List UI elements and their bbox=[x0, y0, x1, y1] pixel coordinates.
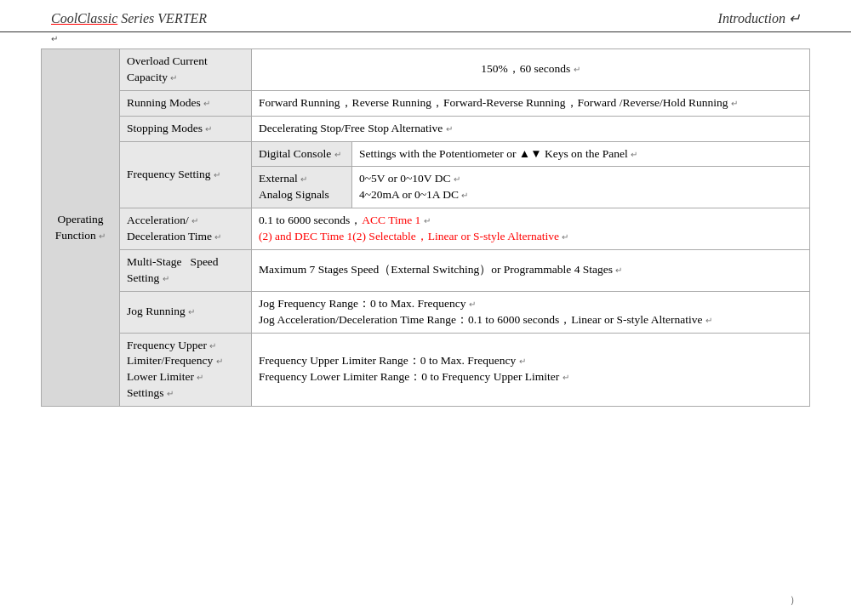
footer-mark: ） bbox=[790, 593, 800, 607]
page: CoolClassic Series VERTER Introduction ↵… bbox=[0, 0, 851, 616]
multi-stage-label: Multi-Stage Speed Setting ↵ bbox=[127, 255, 219, 284]
multi-stage-sub-cell: Multi-Stage Speed Setting ↵ bbox=[120, 250, 252, 292]
jog-running-sub-cell: Jog Running ↵ bbox=[120, 291, 252, 333]
external-analog-value: 0~5V or 0~10V DC ↵4~20mA or 0~1A DC ↵ bbox=[359, 172, 468, 201]
jog-running-label: Jog Running ↵ bbox=[127, 305, 195, 317]
table-row: Multi-Stage Speed Setting ↵ Maximum 7 St… bbox=[42, 250, 810, 292]
external-analog-sub2-cell: External ↵Analog Signals bbox=[252, 167, 352, 208]
external-analog-label: External ↵Analog Signals bbox=[259, 172, 329, 201]
stopping-modes-value-cell: Decelerating Stop/Free Stop Alternative … bbox=[252, 116, 810, 141]
overload-value-cell: 150%，60 seconds ↵ bbox=[252, 49, 810, 91]
jog-running-value: Jog Frequency Range：0 to Max. Frequency … bbox=[259, 297, 712, 326]
jog-running-value-cell: Jog Frequency Range：0 to Max. Frequency … bbox=[252, 291, 810, 333]
running-modes-value-cell: Forward Running，Reverse Running，Forward-… bbox=[252, 90, 810, 116]
operating-function-cell: OperatingFunction ↵ bbox=[42, 49, 120, 407]
frequency-setting-label: Frequency Setting ↵ bbox=[127, 168, 220, 180]
stopping-modes-sub-cell: Stopping Modes ↵ bbox=[120, 116, 252, 141]
accel-decel-value: 0.1 to 6000 seconds，ACC Time 1 ↵(2) and … bbox=[259, 214, 568, 242]
digital-console-sub2-cell: Digital Console ↵ bbox=[252, 141, 352, 167]
table-row: Running Modes ↵ Forward Running，Reverse … bbox=[42, 90, 810, 116]
digital-console-label: Digital Console ↵ bbox=[259, 147, 341, 160]
header-right-title: Introduction ↵ bbox=[718, 10, 800, 26]
external-analog-value-cell: 0~5V or 0~10V DC ↵4~20mA or 0~1A DC ↵ bbox=[352, 167, 810, 208]
running-modes-value: Forward Running，Reverse Running，Forward-… bbox=[259, 96, 738, 109]
accel-decel-label: Acceleration/ ↵Deceleration Time ↵ bbox=[127, 214, 221, 242]
running-modes-label: Running Modes ↵ bbox=[127, 96, 210, 109]
digital-console-value-cell: Settings with the Potentiometer or ▲▼ Ke… bbox=[352, 141, 810, 167]
overload-label: Overload Current Capacity ↵ bbox=[127, 54, 208, 83]
table-row: Jog Running ↵ Jog Frequency Range：0 to M… bbox=[42, 291, 810, 333]
stopping-modes-value: Decelerating Stop/Free Stop Alternative … bbox=[259, 122, 453, 134]
table-row: Frequency Upper ↵Limiter/Frequency ↵Lowe… bbox=[42, 333, 810, 407]
frequency-setting-sub-cell: Frequency Setting ↵ bbox=[120, 141, 252, 208]
freq-limiter-value-cell: Frequency Upper Limiter Range：0 to Max. … bbox=[252, 333, 810, 407]
freq-limiter-sub-cell: Frequency Upper ↵Limiter/Frequency ↵Lowe… bbox=[120, 333, 252, 407]
overload-value: 150%，60 seconds ↵ bbox=[481, 62, 580, 75]
multi-stage-value-cell: Maximum 7 Stages Speed（External Switchin… bbox=[252, 250, 810, 292]
accel-decel-sub-cell: Acceleration/ ↵Deceleration Time ↵ bbox=[120, 208, 252, 250]
table-row: Stopping Modes ↵ Decelerating Stop/Free … bbox=[42, 116, 810, 141]
freq-limiter-value: Frequency Upper Limiter Range：0 to Max. … bbox=[259, 354, 569, 383]
table-row: OperatingFunction ↵ Overload Current Cap… bbox=[42, 49, 810, 91]
main-table: OperatingFunction ↵ Overload Current Cap… bbox=[41, 48, 810, 407]
running-modes-sub-cell: Running Modes ↵ bbox=[120, 90, 252, 116]
multi-stage-value: Maximum 7 Stages Speed（External Switchin… bbox=[259, 263, 622, 276]
accel-decel-value-cell: 0.1 to 6000 seconds，ACC Time 1 ↵(2) and … bbox=[252, 208, 810, 250]
header: CoolClassic Series VERTER Introduction ↵ bbox=[0, 0, 851, 32]
small-mark: ↵ bbox=[0, 32, 851, 45]
overload-sub-cell: Overload Current Capacity ↵ bbox=[120, 49, 252, 91]
table-row: Frequency Setting ↵ Digital Console ↵ Se… bbox=[42, 141, 810, 167]
header-left-title: CoolClassic Series VERTER bbox=[51, 11, 207, 26]
table-wrapper: OperatingFunction ↵ Overload Current Cap… bbox=[0, 48, 851, 407]
stopping-modes-label: Stopping Modes ↵ bbox=[127, 122, 212, 134]
operating-function-label: OperatingFunction ↵ bbox=[55, 213, 106, 242]
digital-console-value: Settings with the Potentiometer or ▲▼ Ke… bbox=[359, 147, 637, 160]
table-row: Acceleration/ ↵Deceleration Time ↵ 0.1 t… bbox=[42, 208, 810, 250]
freq-limiter-label: Frequency Upper ↵Limiter/Frequency ↵Lowe… bbox=[127, 339, 223, 400]
